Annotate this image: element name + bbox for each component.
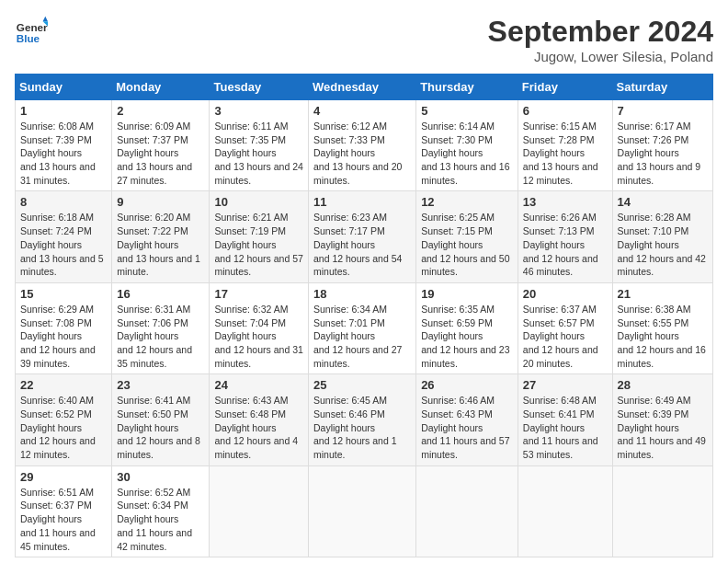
calendar-cell: 5 Sunrise: 6:14 AM Sunset: 7:30 PM Dayli… — [416, 100, 518, 191]
day-number: 9 — [117, 195, 204, 209]
calendar-cell: 23 Sunrise: 6:41 AM Sunset: 6:50 PM Dayl… — [112, 374, 210, 465]
day-number: 30 — [117, 470, 204, 484]
day-info: Sunrise: 6:40 AM Sunset: 6:52 PM Dayligh… — [20, 394, 107, 461]
day-info: Sunrise: 6:15 AM Sunset: 7:28 PM Dayligh… — [523, 120, 608, 187]
day-info: Sunrise: 6:11 AM Sunset: 7:35 PM Dayligh… — [214, 120, 303, 187]
calendar-cell: 11 Sunrise: 6:23 AM Sunset: 7:17 PM Dayl… — [309, 191, 416, 282]
calendar-cell: 8 Sunrise: 6:18 AM Sunset: 7:24 PM Dayli… — [16, 191, 112, 282]
weekday-header: Sunday — [16, 75, 112, 100]
calendar-cell: 17 Sunrise: 6:32 AM Sunset: 7:04 PM Dayl… — [210, 282, 309, 373]
calendar-cell: 10 Sunrise: 6:21 AM Sunset: 7:19 PM Dayl… — [210, 191, 309, 282]
calendar-cell: 3 Sunrise: 6:11 AM Sunset: 7:35 PM Dayli… — [210, 100, 309, 191]
day-number: 21 — [618, 287, 708, 301]
calendar-cell: 4 Sunrise: 6:12 AM Sunset: 7:33 PM Dayli… — [309, 100, 416, 191]
calendar-cell: 24 Sunrise: 6:43 AM Sunset: 6:48 PM Dayl… — [210, 374, 309, 465]
svg-marker-2 — [43, 17, 48, 21]
calendar-cell: 20 Sunrise: 6:37 AM Sunset: 6:57 PM Dayl… — [518, 282, 612, 373]
day-info: Sunrise: 6:38 AM Sunset: 6:55 PM Dayligh… — [618, 303, 708, 370]
day-number: 12 — [421, 195, 513, 209]
calendar-cell: 2 Sunrise: 6:09 AM Sunset: 7:37 PM Dayli… — [112, 100, 210, 191]
calendar-cell: 13 Sunrise: 6:26 AM Sunset: 7:13 PM Dayl… — [518, 191, 612, 282]
day-info: Sunrise: 6:08 AM Sunset: 7:39 PM Dayligh… — [20, 120, 107, 187]
day-info: Sunrise: 6:29 AM Sunset: 7:08 PM Dayligh… — [20, 303, 107, 370]
weekday-header: Friday — [518, 75, 612, 100]
weekday-header: Tuesday — [210, 75, 309, 100]
day-info: Sunrise: 6:14 AM Sunset: 7:30 PM Dayligh… — [421, 120, 513, 187]
day-info: Sunrise: 6:17 AM Sunset: 7:26 PM Dayligh… — [618, 120, 708, 187]
calendar-table: SundayMondayTuesdayWednesdayThursdayFrid… — [15, 74, 713, 557]
page-header: General Blue September 2024 Jugow, Lower… — [15, 15, 713, 64]
day-number: 15 — [20, 287, 107, 301]
weekday-header: Monday — [112, 75, 210, 100]
day-number: 8 — [20, 195, 107, 209]
day-info: Sunrise: 6:26 AM Sunset: 7:13 PM Dayligh… — [523, 211, 608, 278]
day-number: 26 — [421, 378, 513, 392]
calendar-week-row: 29 Sunrise: 6:51 AM Sunset: 6:37 PM Dayl… — [16, 465, 713, 557]
day-number: 6 — [523, 104, 608, 118]
calendar-cell: 27 Sunrise: 6:48 AM Sunset: 6:41 PM Dayl… — [518, 374, 612, 465]
day-info: Sunrise: 6:28 AM Sunset: 7:10 PM Dayligh… — [618, 211, 708, 278]
day-info: Sunrise: 6:48 AM Sunset: 6:41 PM Dayligh… — [523, 394, 608, 461]
page-subtitle: Jugow, Lower Silesia, Poland — [488, 49, 713, 64]
logo-icon: General Blue — [15, 15, 48, 48]
day-info: Sunrise: 6:37 AM Sunset: 6:57 PM Dayligh… — [523, 303, 608, 370]
calendar-cell: 7 Sunrise: 6:17 AM Sunset: 7:26 PM Dayli… — [612, 100, 712, 191]
day-number: 25 — [313, 378, 411, 392]
day-info: Sunrise: 6:41 AM Sunset: 6:50 PM Dayligh… — [117, 394, 204, 461]
day-number: 28 — [618, 378, 708, 392]
day-info: Sunrise: 6:31 AM Sunset: 7:06 PM Dayligh… — [117, 303, 204, 370]
calendar-week-row: 1 Sunrise: 6:08 AM Sunset: 7:39 PM Dayli… — [16, 100, 713, 191]
day-number: 14 — [618, 195, 708, 209]
day-info: Sunrise: 6:45 AM Sunset: 6:46 PM Dayligh… — [313, 394, 411, 461]
calendar-cell — [518, 465, 612, 557]
day-number: 10 — [214, 195, 303, 209]
calendar-week-row: 22 Sunrise: 6:40 AM Sunset: 6:52 PM Dayl… — [16, 374, 713, 465]
calendar-week-row: 8 Sunrise: 6:18 AM Sunset: 7:24 PM Dayli… — [16, 191, 713, 282]
day-number: 20 — [523, 287, 608, 301]
calendar-cell: 30 Sunrise: 6:52 AM Sunset: 6:34 PM Dayl… — [112, 465, 210, 557]
day-number: 2 — [117, 104, 204, 118]
day-number: 16 — [117, 287, 204, 301]
day-number: 7 — [618, 104, 708, 118]
calendar-cell: 12 Sunrise: 6:25 AM Sunset: 7:15 PM Dayl… — [416, 191, 518, 282]
calendar-cell: 19 Sunrise: 6:35 AM Sunset: 6:59 PM Dayl… — [416, 282, 518, 373]
day-info: Sunrise: 6:12 AM Sunset: 7:33 PM Dayligh… — [313, 120, 411, 187]
day-number: 5 — [421, 104, 513, 118]
svg-text:Blue: Blue — [17, 32, 40, 44]
calendar-cell: 6 Sunrise: 6:15 AM Sunset: 7:28 PM Dayli… — [518, 100, 612, 191]
day-number: 11 — [313, 195, 411, 209]
calendar-cell: 21 Sunrise: 6:38 AM Sunset: 6:55 PM Dayl… — [612, 282, 712, 373]
day-info: Sunrise: 6:21 AM Sunset: 7:19 PM Dayligh… — [214, 211, 303, 278]
day-info: Sunrise: 6:34 AM Sunset: 7:01 PM Dayligh… — [313, 303, 411, 370]
weekday-header: Wednesday — [309, 75, 416, 100]
day-info: Sunrise: 6:49 AM Sunset: 6:39 PM Dayligh… — [618, 394, 708, 461]
day-info: Sunrise: 6:25 AM Sunset: 7:15 PM Dayligh… — [421, 211, 513, 278]
calendar-cell: 29 Sunrise: 6:51 AM Sunset: 6:37 PM Dayl… — [16, 465, 112, 557]
day-number: 29 — [20, 470, 107, 484]
calendar-cell: 14 Sunrise: 6:28 AM Sunset: 7:10 PM Dayl… — [612, 191, 712, 282]
weekday-header-row: SundayMondayTuesdayWednesdayThursdayFrid… — [16, 75, 713, 100]
calendar-cell — [416, 465, 518, 557]
day-number: 17 — [214, 287, 303, 301]
day-number: 18 — [313, 287, 411, 301]
calendar-cell — [612, 465, 712, 557]
day-info: Sunrise: 6:43 AM Sunset: 6:48 PM Dayligh… — [214, 394, 303, 461]
day-number: 1 — [20, 104, 107, 118]
day-info: Sunrise: 6:18 AM Sunset: 7:24 PM Dayligh… — [20, 211, 107, 278]
weekday-header: Saturday — [612, 75, 712, 100]
calendar-cell: 26 Sunrise: 6:46 AM Sunset: 6:43 PM Dayl… — [416, 374, 518, 465]
calendar-week-row: 15 Sunrise: 6:29 AM Sunset: 7:08 PM Dayl… — [16, 282, 713, 373]
day-number: 19 — [421, 287, 513, 301]
day-info: Sunrise: 6:52 AM Sunset: 6:34 PM Dayligh… — [117, 486, 204, 553]
calendar-cell: 25 Sunrise: 6:45 AM Sunset: 6:46 PM Dayl… — [309, 374, 416, 465]
title-block: September 2024 Jugow, Lower Silesia, Pol… — [488, 15, 713, 64]
calendar-cell — [210, 465, 309, 557]
day-number: 13 — [523, 195, 608, 209]
calendar-cell: 22 Sunrise: 6:40 AM Sunset: 6:52 PM Dayl… — [16, 374, 112, 465]
day-info: Sunrise: 6:09 AM Sunset: 7:37 PM Dayligh… — [117, 120, 204, 187]
calendar-cell: 15 Sunrise: 6:29 AM Sunset: 7:08 PM Dayl… — [16, 282, 112, 373]
weekday-header: Thursday — [416, 75, 518, 100]
calendar-cell: 9 Sunrise: 6:20 AM Sunset: 7:22 PM Dayli… — [112, 191, 210, 282]
day-info: Sunrise: 6:32 AM Sunset: 7:04 PM Dayligh… — [214, 303, 303, 370]
day-info: Sunrise: 6:23 AM Sunset: 7:17 PM Dayligh… — [313, 211, 411, 278]
